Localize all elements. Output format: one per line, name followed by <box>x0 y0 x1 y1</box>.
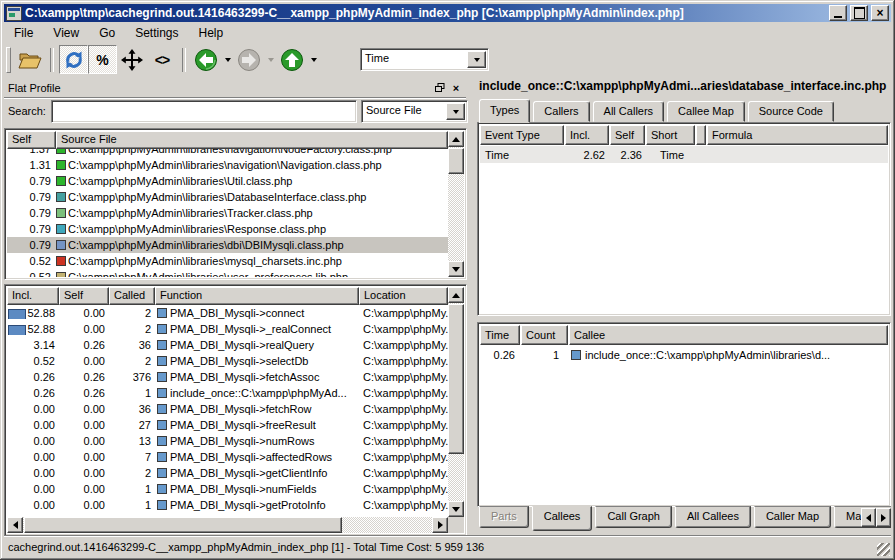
cycle-detection-button[interactable] <box>117 46 147 74</box>
close-button[interactable]: × <box>871 5 889 21</box>
bottom-tab-callees[interactable]: Callees <box>532 506 593 531</box>
bottom-tab-caller-map[interactable]: Caller Map <box>754 506 831 528</box>
function-row[interactable]: 0.000.0013PMA_DBI_Mysqli->numRowsC:\xamp… <box>7 433 448 449</box>
refresh-button[interactable] <box>59 45 88 74</box>
source-file-row[interactable]: 0.79C:\xampp\phpMyAdmin\libraries\Tracke… <box>7 205 448 221</box>
function-icon <box>157 308 167 318</box>
tab-source-code[interactable]: Source Code <box>748 101 834 122</box>
tab-callers[interactable]: Callers <box>533 101 589 122</box>
group-by-select[interactable]: Source File <box>361 100 468 123</box>
column-header-self[interactable]: Self <box>59 287 109 305</box>
source-file-scrollbar[interactable] <box>448 131 464 277</box>
column-header-incl[interactable]: Incl. <box>565 125 609 145</box>
callee-row[interactable]: 0.261include_once::C:\xampp\phpMyAdmin\l… <box>480 346 888 363</box>
column-header-function[interactable]: Function <box>155 287 359 305</box>
tab-all-callers[interactable]: All Callers <box>593 101 665 122</box>
menu-item-go[interactable]: Go <box>89 24 125 42</box>
bottom-tab-all-callees[interactable]: All Callees <box>675 506 751 528</box>
function-row[interactable]: 52.880.002PMA_DBI_Mysqli->connectC:\xamp… <box>7 305 448 321</box>
source-file-row[interactable]: 1.37C:\xampp\phpMyAdmin\libraries\naviga… <box>7 149 448 157</box>
tab-scroll-right-button[interactable] <box>876 508 891 527</box>
function-row[interactable]: 0.000.0027PMA_DBI_Mysqli->freeResultC:\x… <box>7 417 448 433</box>
tab-types[interactable]: Types <box>479 99 530 123</box>
function-icon <box>157 356 167 366</box>
function-vscrollbar[interactable] <box>448 287 464 517</box>
function-row[interactable]: 0.000.001PMA_DBI_Mysqli->getProtoInfoC:\… <box>7 497 448 513</box>
source-file-row[interactable]: 1.31C:\xampp\phpMyAdmin\libraries\naviga… <box>7 157 448 173</box>
column-header-source-file[interactable]: Source File <box>56 131 448 149</box>
source-file-row[interactable]: 0.52C:\xampp\phpMyAdmin\libraries\user_p… <box>7 269 448 277</box>
function-row[interactable]: 0.000.007PMA_DBI_Mysqli->affectedRowsC:\… <box>7 449 448 465</box>
self-cost: 2.36 <box>608 149 643 161</box>
up-button[interactable] <box>277 46 307 74</box>
source-file-row[interactable]: 0.79C:\xampp\phpMyAdmin\libraries\Databa… <box>7 189 448 205</box>
combo-drop-button[interactable] <box>467 51 486 68</box>
scroll-right-button[interactable] <box>432 517 448 533</box>
source-file-row[interactable]: 0.52C:\xampp\phpMyAdmin\libraries\mysql_… <box>7 253 448 269</box>
function-row[interactable]: 0.260.261include_once::C:\xampp\phpMyAd.… <box>7 385 448 401</box>
bottom-tab-call-graph[interactable]: Call Graph <box>595 506 672 528</box>
relative-cost-button[interactable]: <> <box>147 46 177 74</box>
combo-drop-button[interactable] <box>446 103 465 120</box>
maximize-button[interactable] <box>850 5 868 21</box>
up-history-dropdown[interactable] <box>307 46 320 74</box>
menu-item-file[interactable]: File <box>4 24 43 42</box>
column-header-callee[interactable]: Callee <box>569 325 888 345</box>
tab-callee-map[interactable]: Callee Map <box>667 101 745 122</box>
column-header-self[interactable]: Self <box>7 131 56 149</box>
source-file-row[interactable]: 0.79C:\xampp\phpMyAdmin\libraries\Util.c… <box>7 173 448 189</box>
source-file-table-body: 1.37C:\xampp\phpMyAdmin\libraries\naviga… <box>7 149 448 277</box>
column-header-formula[interactable]: Formula <box>707 125 888 145</box>
bottom-tab-parts[interactable]: Parts <box>479 506 529 528</box>
function-row[interactable]: 0.000.0036PMA_DBI_Mysqli->fetchRowC:\xam… <box>7 401 448 417</box>
column-header-time[interactable]: Time <box>480 325 520 345</box>
function-icon <box>157 484 167 494</box>
forward-history-dropdown[interactable] <box>264 46 277 74</box>
scroll-up-button[interactable] <box>448 287 464 303</box>
scroll-down-button[interactable] <box>448 261 464 277</box>
column-header-event-type[interactable]: Event Type <box>480 125 564 145</box>
back-button[interactable] <box>191 46 221 74</box>
search-input[interactable] <box>52 101 356 122</box>
function-row[interactable]: 0.260.26376PMA_DBI_Mysqli->fetchAssocC:\… <box>7 369 448 385</box>
column-header-self[interactable]: Self <box>610 125 645 145</box>
percent-button[interactable]: % <box>88 45 117 74</box>
column-header-short[interactable]: Short <box>646 125 695 145</box>
close-panel-button[interactable]: × <box>448 80 464 95</box>
column-header-count[interactable]: Count <box>521 325 568 345</box>
scroll-left-button[interactable] <box>7 517 23 533</box>
minimize-button[interactable] <box>829 5 847 21</box>
source-file-row[interactable]: 0.79C:\xampp\phpMyAdmin\libraries\Respon… <box>7 221 448 237</box>
back-history-dropdown[interactable] <box>221 46 234 74</box>
function-row[interactable]: 0.000.001PMA_DBI_Mysqli->numFieldsC:\xam… <box>7 481 448 497</box>
function-row[interactable]: 3.140.2636PMA_DBI_Mysqli->realQueryC:\xa… <box>7 337 448 353</box>
location: C:\xampp\phpMy... <box>359 419 448 431</box>
scroll-up-button[interactable] <box>448 131 464 147</box>
scrollbar-thumb[interactable] <box>448 304 464 454</box>
column-header-called[interactable]: Called <box>109 287 155 305</box>
function-icon <box>157 436 167 446</box>
forward-button[interactable] <box>234 46 264 74</box>
open-file-button[interactable] <box>15 46 45 74</box>
tab-scroll-left-button[interactable] <box>861 508 876 527</box>
event-type-row[interactable]: Time2.622.36Time <box>480 146 888 163</box>
toolbar-drag-handle[interactable] <box>6 47 11 73</box>
column-header-incl[interactable]: Incl. <box>7 287 59 305</box>
source-file-row[interactable]: 0.79C:\xampp\phpMyAdmin\libraries\dbi\DB… <box>7 237 448 253</box>
column-header-spacer[interactable] <box>696 125 706 145</box>
event-type-select[interactable]: Time <box>360 48 489 71</box>
function-row[interactable]: 52.880.002PMA_DBI_Mysqli->_realConnectC:… <box>7 321 448 337</box>
menu-item-settings[interactable]: Settings <box>125 24 188 42</box>
column-header-location[interactable]: Location <box>359 287 448 305</box>
scrollbar-thumb[interactable] <box>448 148 464 174</box>
menu-item-help[interactable]: Help <box>189 24 234 42</box>
function-row[interactable]: 0.520.002PMA_DBI_Mysqli->selectDbC:\xamp… <box>7 353 448 369</box>
menu-item-view[interactable]: View <box>43 24 89 42</box>
scrollbar-thumb[interactable] <box>24 517 342 533</box>
scroll-down-button[interactable] <box>448 501 464 517</box>
function-table: Incl. Self Called Function Location 52.8… <box>4 284 467 536</box>
float-panel-button[interactable] <box>432 80 448 95</box>
function-row[interactable]: 0.000.002PMA_DBI_Mysqli->getClientInfoC:… <box>7 465 448 481</box>
function-hscrollbar[interactable] <box>7 517 448 533</box>
resize-grip[interactable] <box>877 543 890 556</box>
